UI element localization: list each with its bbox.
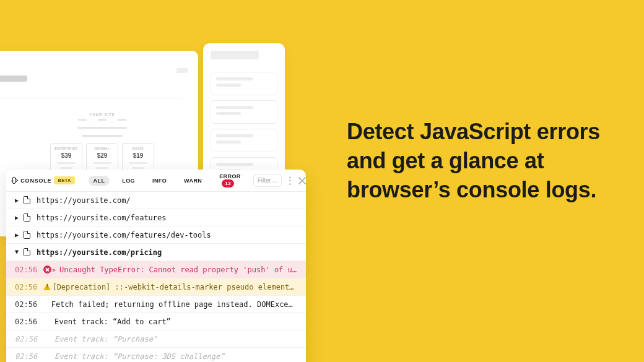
marketing-headline: Detect JavaScript errors and get a glanc… (347, 118, 619, 204)
plan-tier: BASIC (133, 147, 144, 150)
tab-error-label: ERROR (219, 173, 241, 179)
skeleton-line (57, 162, 76, 164)
log-time: 02:56 (15, 283, 41, 291)
console-title: CONSOLE (20, 178, 51, 184)
log-time: 02:56 (15, 300, 41, 309)
plan-price: $39 (61, 152, 72, 159)
log-row-faded[interactable]: 02:56 Event track: “Purchase” (6, 330, 306, 348)
log-row-warn[interactable]: 02:56 [Deprecation] ::-webkit-details-ma… (6, 278, 306, 296)
tab-error[interactable]: ERROR 12 (214, 171, 246, 189)
more-menu-icon[interactable] (289, 176, 291, 185)
log-time: 02:56 (15, 352, 43, 361)
skeleton-divider (0, 98, 181, 98)
tab-log[interactable]: LOG (117, 176, 140, 186)
skeleton-chip (176, 68, 188, 73)
beta-badge: BETA (54, 176, 74, 184)
caret-down-icon: ▼ (15, 248, 20, 255)
group-url: https://yoursite.com/features/dev-tools (37, 231, 211, 239)
log-message: Fetch failed; returning offline page ins… (51, 300, 297, 309)
console-panel: CONSOLE BETA ALL LOG INFO WARN ERROR 12 … (6, 170, 306, 362)
document-icon (24, 213, 30, 222)
log-row-error[interactable]: 02:56 ▶ Uncaught TypeError: Cannot read … (6, 261, 306, 278)
log-message: Event track: “Add to cart” (54, 317, 171, 326)
log-time: 02:56 (15, 317, 43, 326)
console-group[interactable]: ▶ https://yoursite.com/ (6, 192, 306, 209)
error-icon (42, 265, 53, 274)
document-icon (24, 231, 30, 239)
skeleton-card (211, 100, 277, 124)
close-icon[interactable] (297, 176, 300, 186)
skeleton-card (211, 72, 277, 95)
plan-tier: ENTERPRISE (55, 147, 78, 150)
console-header: CONSOLE BETA ALL LOG INFO WARN ERROR 12 … (6, 170, 306, 192)
tab-all[interactable]: ALL (89, 176, 110, 186)
caret-right-icon: ▶ (15, 197, 20, 204)
tab-warn[interactable]: WARN (179, 176, 207, 186)
skeleton-line (60, 167, 72, 169)
log-message: [Deprecation] ::-webkit-details-marker p… (52, 283, 297, 291)
console-tabs: ALL LOG INFO WARN ERROR 12 (89, 171, 246, 189)
log-row-faded[interactable]: 02:56 Event track: “Purchase: 3DS challe… (6, 348, 306, 362)
skeleton-dash (78, 119, 87, 121)
skeleton-dash (98, 119, 107, 121)
caret-right-icon: ▶ (15, 214, 20, 221)
log-time: 02:56 (15, 265, 42, 274)
caret-right-icon: ▶ (53, 266, 59, 273)
log-message: Event track: “Purchase” (54, 335, 157, 343)
log-row[interactable]: 02:56 Fetch failed; returning offline pa… (6, 296, 306, 313)
console-logs: 02:56 ▶ Uncaught TypeError: Cannot read … (6, 261, 306, 362)
group-url: https://yoursite.com/pricing (37, 248, 162, 257)
log-row[interactable]: 02:56 Event track: “Add to cart” (6, 313, 306, 330)
document-icon (24, 248, 30, 256)
console-group[interactable]: ▶ https://yoursite.com/features (6, 209, 306, 226)
preview-stack: YOUR-SITE ENTERPRISE $39 NORMAL $29 (0, 43, 285, 362)
plan-price: $29 (97, 152, 108, 159)
skeleton-dash (118, 119, 126, 121)
skeleton-line (132, 167, 144, 169)
console-group-expanded[interactable]: ▼ https://yoursite.com/pricing (6, 244, 306, 261)
skeleton-line (0, 75, 27, 82)
skeleton-card (211, 129, 277, 152)
skeleton-bar (77, 127, 127, 129)
plan-tier: NORMAL (95, 147, 110, 150)
caret-right-icon: ▶ (15, 231, 20, 238)
skeleton-line (129, 162, 147, 164)
plan-price: $19 (133, 152, 144, 159)
group-url: https://yoursite.com/ (37, 196, 131, 205)
warning-icon (41, 283, 52, 290)
error-count-badge: 12 (222, 179, 234, 187)
skeleton-line (96, 167, 108, 169)
log-time: 02:56 (15, 335, 43, 343)
console-group[interactable]: ▶ https://yoursite.com/features/dev-tool… (6, 226, 306, 244)
skeleton-bar (82, 135, 123, 137)
document-icon (24, 196, 30, 204)
tab-info[interactable]: INFO (147, 176, 172, 186)
log-message: Uncaught TypeError: Cannot read property… (59, 265, 297, 274)
log-message: Event track: “Purchase: 3DS challenge” (54, 352, 225, 361)
console-groups: ▶ https://yoursite.com/ ▶ https://yoursi… (6, 192, 306, 261)
pricing-preview: YOUR-SITE ENTERPRISE $39 NORMAL $29 (40, 113, 164, 178)
filter-placeholder: Filter… (258, 177, 277, 184)
skeleton-line (93, 162, 111, 164)
group-url: https://yoursite.com/features (37, 213, 167, 222)
console-icon (12, 177, 15, 184)
filter-input[interactable]: Filter… (253, 175, 282, 187)
skeleton-title (211, 51, 259, 59)
preview-site-label: YOUR-SITE (89, 113, 115, 116)
